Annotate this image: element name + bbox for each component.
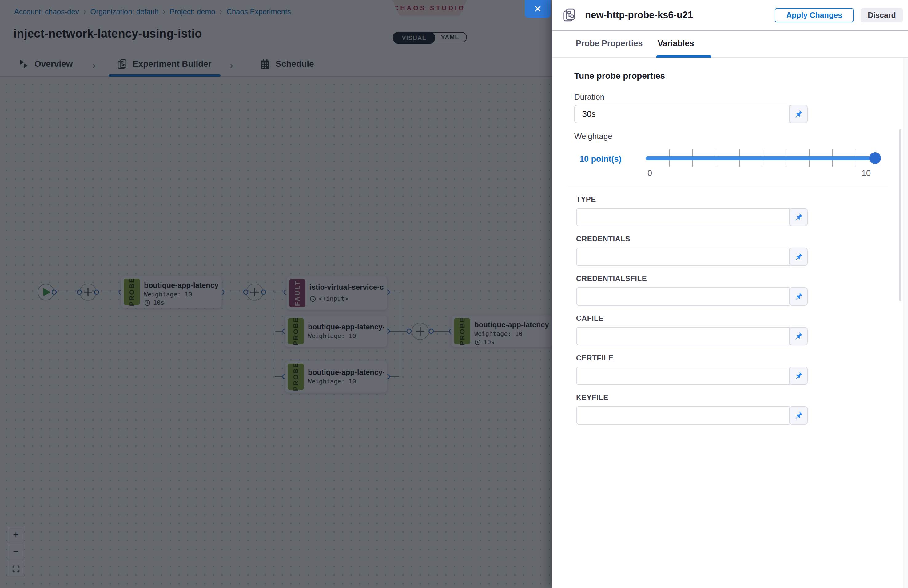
type-input[interactable] (576, 208, 791, 227)
var-input-group-type (576, 208, 808, 227)
pin-icon (794, 292, 803, 301)
weightage-label: Weightage (574, 132, 612, 141)
discard-button[interactable]: Discard (861, 8, 903, 22)
var-input-group-cafile (576, 327, 808, 345)
close-panel-button[interactable]: ✕ (525, 0, 551, 18)
var-input-group-certfile (576, 366, 808, 385)
slider-handle[interactable] (869, 152, 881, 164)
var-label-type: TYPE (576, 195, 596, 204)
experiment-workarea: Account: chaos-dev › Organization: defau… (0, 0, 552, 588)
slider-max-label: 10 (861, 169, 871, 178)
pin-runtime-input-button[interactable] (789, 208, 808, 227)
cafile-input[interactable] (576, 327, 791, 345)
duration-input[interactable] (574, 105, 791, 123)
panel-scrollbar[interactable] (899, 129, 901, 301)
var-input-group-credentialsfile (576, 287, 808, 306)
panel-body: Tune probe properties Duration Weightage… (552, 58, 908, 588)
section-divider (566, 185, 890, 185)
var-input-group-credentials (576, 247, 808, 266)
chaos-studio-app: Account: chaos-dev › Organization: defau… (0, 0, 908, 588)
var-label-certfile: CERTFILE (576, 353, 613, 362)
apply-changes-button[interactable]: Apply Changes (774, 8, 854, 22)
pin-runtime-input-button[interactable] (789, 406, 808, 425)
var-label-cafile: CAFILE (576, 314, 604, 323)
pin-runtime-input-button[interactable] (789, 366, 808, 385)
pin-runtime-input-button[interactable] (789, 105, 808, 123)
slider-min-label: 0 (647, 169, 652, 178)
duration-label: Duration (574, 92, 604, 102)
close-icon: ✕ (534, 3, 542, 15)
panel-header: new-http-probe-ks6-u21 Apply Changes Dis… (552, 0, 908, 31)
certfile-input[interactable] (576, 366, 791, 385)
pin-runtime-input-button[interactable] (789, 247, 808, 266)
pin-icon (794, 212, 803, 222)
pin-icon (794, 109, 803, 119)
credentialsfile-input[interactable] (576, 287, 791, 306)
var-label-keyfile: KEYFILE (576, 393, 609, 402)
pin-icon (794, 252, 803, 262)
panel-scroll-gutter (903, 58, 908, 588)
weightage-slider[interactable] (646, 149, 879, 167)
var-input-group-keyfile (576, 406, 808, 425)
tab-probe-properties[interactable]: Probe Properties (576, 39, 643, 48)
pin-icon (794, 331, 803, 341)
dim-overlay (0, 0, 552, 588)
var-label-credentials: CREDENTIALS (576, 235, 630, 243)
duration-input-group (574, 105, 808, 123)
probe-name-title: new-http-probe-ks6-u21 (585, 10, 693, 21)
weightage-points-value: 10 point(s) (580, 154, 621, 164)
tab-variables[interactable]: Variables (658, 39, 694, 48)
var-label-credentialsfile: CREDENTIALSFILE (576, 274, 647, 283)
pin-runtime-input-button[interactable] (789, 327, 808, 345)
credentials-input[interactable] (576, 247, 791, 266)
pin-icon (794, 411, 803, 420)
pin-runtime-input-button[interactable] (789, 287, 808, 306)
pin-icon (794, 371, 803, 381)
tune-probe-heading: Tune probe properties (574, 71, 665, 81)
keyfile-input[interactable] (576, 406, 791, 425)
active-panel-tab-underline (657, 55, 711, 58)
panel-tabs: Probe Properties Variables (552, 31, 908, 58)
slider-track[interactable] (646, 156, 879, 160)
probe-config-panel: new-http-probe-ks6-u21 Apply Changes Dis… (552, 0, 908, 588)
probe-icon (562, 7, 576, 22)
